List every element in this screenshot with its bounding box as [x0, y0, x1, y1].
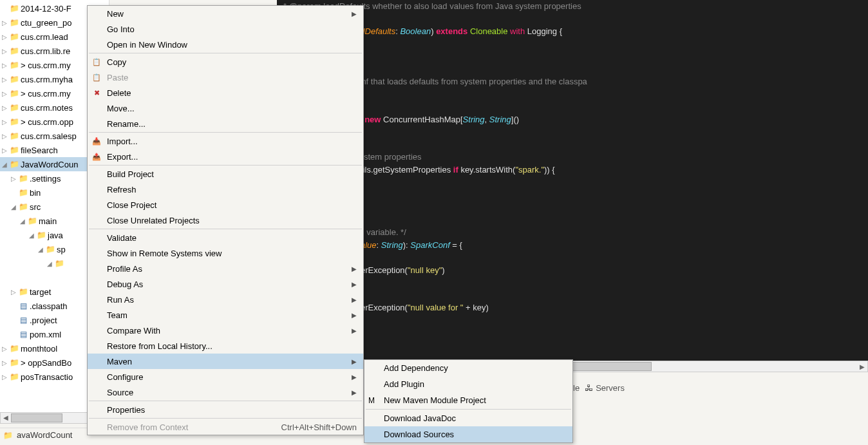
submenu-item-add-dependency[interactable]: Add Dependency — [364, 360, 572, 376]
twisty-icon[interactable]: ▷ — [1, 345, 8, 352]
submenu-arrow-icon: ▶ — [352, 265, 357, 272]
folder-icon: 📁 — [9, 145, 19, 155]
code-line[interactable] — [283, 100, 862, 113]
folder-icon: 📁 — [54, 258, 64, 269]
code-line[interactable]: */ — [283, 13, 862, 26]
code-line[interactable]: /** Set a configuration variable. */ — [283, 226, 862, 239]
menu-item-maven[interactable]: Maven▶ — [88, 354, 363, 369]
menu-item-profile-as[interactable]: Profile As▶ — [88, 261, 363, 276]
code-line[interactable]: throw new NullPointerException("null key… — [283, 264, 862, 277]
code-line[interactable]: // Load any spark.* system properties — [283, 151, 862, 164]
menu-item-source[interactable]: Source▶ — [88, 384, 363, 400]
twisty-icon[interactable]: ◢ — [1, 161, 8, 168]
code-line[interactable]: } — [283, 201, 862, 214]
twisty-icon[interactable]: ◢ — [19, 218, 26, 225]
twisty-icon[interactable]: ▷ — [1, 359, 8, 366]
twisty-icon[interactable]: ▷ — [10, 289, 17, 296]
maven-icon: M — [368, 396, 375, 405]
twisty-icon[interactable]: ▷ — [1, 104, 8, 111]
menu-item-export-[interactable]: Export... — [88, 149, 363, 164]
code-editor[interactable]: * @param loadDefaults whether to also lo… — [277, 0, 868, 361]
code-line[interactable]: * @param loadDefaults whether to also lo… — [283, 0, 862, 13]
twisty-icon[interactable]: ◢ — [10, 204, 17, 211]
code-line[interactable] — [283, 38, 862, 51]
menu-item-delete[interactable]: Delete — [88, 85, 363, 100]
bottom-tabs[interactable]: le 🖧 Servers — [573, 383, 625, 393]
menu-item-validate[interactable]: Validate — [88, 230, 363, 245]
tab-console[interactable]: le — [573, 383, 580, 393]
paste-icon — [91, 72, 102, 82]
tree-label: JavaWordCoun — [21, 160, 78, 169]
menu-item-build-project[interactable]: Build Project — [88, 166, 363, 182]
menu-item-debug-as[interactable]: Debug As▶ — [88, 276, 363, 292]
menu-item-run-as[interactable]: Run As▶ — [88, 292, 363, 307]
tree-label: bin — [30, 188, 41, 198]
twisty-icon[interactable]: ▷ — [1, 19, 8, 26]
code-line[interactable]: def this() = this(true) — [283, 88, 862, 101]
submenu-item-download-javadoc[interactable]: Download JavaDoc — [364, 410, 572, 426]
code-line[interactable]: } — [283, 276, 862, 289]
twisty-icon[interactable]: ▷ — [10, 175, 17, 182]
code-line[interactable]: } — [283, 314, 862, 327]
submenu-item-new-maven-module-project[interactable]: MNew Maven Module Project — [364, 392, 572, 408]
menu-item-close-project[interactable]: Close Project — [88, 197, 363, 213]
twisty-icon[interactable]: ▷ — [1, 147, 8, 154]
twisty-icon[interactable]: ◢ — [46, 260, 53, 267]
code-line[interactable]: for ((key, value) <- Utils.getSystemProp… — [283, 164, 862, 176]
menu-item-import-[interactable]: Import... — [88, 133, 363, 149]
twisty-icon[interactable]: ▷ — [1, 33, 8, 41]
tab-servers[interactable]: 🖧 Servers — [585, 383, 625, 393]
menu-item-close-unrelated-projects[interactable]: Close Unrelated Projects — [88, 213, 363, 228]
scroll-left-icon[interactable]: ◀ — [1, 413, 11, 423]
menu-item-open-in-new-window[interactable]: Open in New Window — [88, 37, 363, 52]
menu-item-copy[interactable]: Copy — [88, 54, 363, 70]
code-line[interactable]: if (key == null) { — [283, 251, 862, 264]
code-line[interactable]: class SparkConf(loadDefaults: Boolean) e… — [283, 25, 862, 38]
code-line[interactable] — [283, 126, 862, 138]
code-line[interactable]: throw new NullPointerException("null val… — [283, 301, 862, 314]
folder-icon: 📁 — [27, 216, 37, 226]
menu-item-team[interactable]: Team▶ — [88, 307, 363, 323]
code-line[interactable]: set(key, value) — [283, 176, 862, 189]
menu-item-configure[interactable]: Configure▶ — [88, 369, 363, 384]
twisty-icon[interactable]: ▷ — [1, 48, 8, 55]
code-line[interactable]: def set(key: String, value: String): Spa… — [283, 239, 862, 252]
code-line[interactable]: private val settings = new ConcurrentHas… — [283, 113, 862, 126]
menu-item-properties[interactable]: Properties — [88, 402, 363, 417]
menu-item-restore-from-local-history-[interactable]: Restore from Local History... — [88, 338, 363, 354]
scrollbar-thumb[interactable] — [11, 413, 62, 422]
twisty-icon[interactable]: ◢ — [37, 246, 44, 253]
menu-item-move-[interactable]: Move... — [88, 100, 363, 116]
submenu-arrow-icon: ▶ — [352, 10, 357, 17]
submenu-item-add-plugin[interactable]: Add Plugin — [364, 376, 572, 392]
code-line[interactable]: if (loadDefaults) { — [283, 138, 862, 151]
submenu-arrow-icon: ▶ — [352, 327, 357, 334]
menu-item-new[interactable]: New▶ — [88, 6, 363, 21]
code-line[interactable]: } — [283, 189, 862, 202]
folder-icon: 📁 — [18, 173, 28, 184]
code-line[interactable]: if (value == null) { — [283, 289, 862, 302]
twisty-icon[interactable]: ▷ — [1, 90, 8, 97]
menu-item-rename-[interactable]: Rename... — [88, 116, 363, 131]
twisty-icon[interactable]: ◢ — [28, 232, 35, 239]
scroll-right-icon[interactable]: ▶ — [857, 363, 867, 370]
menu-item-compare-with[interactable]: Compare With▶ — [88, 323, 363, 338]
twisty-icon[interactable]: ▷ — [1, 133, 8, 140]
menu-item-refresh[interactable]: Refresh — [88, 182, 363, 197]
twisty-icon[interactable]: ▷ — [1, 62, 8, 69]
maven-submenu[interactable]: Add DependencyAdd PluginMNew Maven Modul… — [364, 359, 573, 443]
twisty-icon[interactable]: ▷ — [1, 118, 8, 126]
context-menu[interactable]: New▶Go IntoOpen in New WindowCopyPasteDe… — [87, 5, 364, 435]
twisty-icon[interactable]: ▷ — [1, 374, 8, 381]
menu-item-show-in-remote-systems-view[interactable]: Show in Remote Systems view — [88, 245, 363, 261]
twisty-icon[interactable]: ▷ — [1, 76, 8, 83]
file-icon: ▤ — [18, 329, 28, 339]
tree-label: posTransactio — [21, 372, 73, 382]
code-line[interactable]: /** Create a SparkConf that loads defaul… — [283, 75, 862, 88]
code-line[interactable] — [283, 214, 862, 227]
tree-label: java — [48, 231, 63, 240]
submenu-item-download-sources[interactable]: Download Sources — [364, 426, 572, 442]
code-line[interactable]: import SparkConf._ — [283, 50, 862, 63]
menu-item-go-into[interactable]: Go Into — [88, 21, 363, 37]
code-line[interactable] — [283, 63, 862, 76]
